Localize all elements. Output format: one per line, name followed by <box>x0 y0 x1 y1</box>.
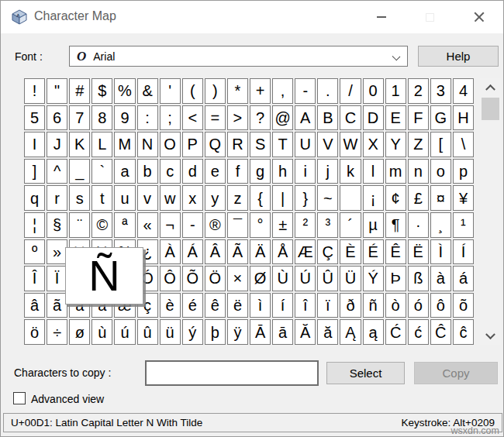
char-cell[interactable]: . <box>317 78 338 104</box>
char-cell[interactable]: R <box>227 132 248 157</box>
char-cell[interactable]: @ <box>272 105 293 131</box>
char-cell[interactable]: 3 <box>430 78 451 104</box>
char-cell[interactable]: p <box>453 159 474 184</box>
char-cell[interactable]: ¸ <box>430 212 451 238</box>
char-cell[interactable]: ! <box>24 78 45 104</box>
char-cell[interactable]: Ø <box>250 266 271 291</box>
char-cell[interactable]: $ <box>91 78 112 104</box>
char-cell[interactable]: ¯ <box>227 212 248 238</box>
char-cell[interactable]: ¹ <box>453 212 474 238</box>
char-cell[interactable]: ĉ <box>453 319 474 345</box>
scroll-up-button[interactable] <box>480 78 501 95</box>
char-cell[interactable]: Y <box>385 132 406 157</box>
char-cell[interactable]: H <box>453 105 474 131</box>
char-cell[interactable]: û <box>137 319 158 345</box>
char-cell[interactable]: 7 <box>69 105 90 131</box>
char-cell[interactable]: U <box>295 132 316 157</box>
char-cell[interactable]: ć <box>408 319 429 345</box>
char-cell[interactable]: b <box>137 159 158 184</box>
char-cell[interactable]: ú <box>114 319 135 345</box>
char-cell[interactable]: ^ <box>47 159 67 184</box>
char-cell[interactable]: V <box>317 132 338 157</box>
char-cell[interactable]: è <box>160 293 181 318</box>
char-cell[interactable]: m <box>385 159 406 184</box>
char-cell[interactable]: Ë <box>408 239 429 265</box>
char-cell[interactable]: \ <box>453 132 474 157</box>
char-cell[interactable]: a <box>114 159 135 184</box>
char-cell[interactable]: « <box>137 212 158 238</box>
char-cell[interactable]: ¬ <box>160 212 181 238</box>
char-cell[interactable]: ì <box>250 293 271 318</box>
char-cell[interactable]: Z <box>408 132 429 157</box>
char-cell[interactable]: á <box>453 266 474 291</box>
char-cell[interactable]: y <box>205 185 226 211</box>
char-cell[interactable]: E <box>385 105 406 131</box>
char-cell[interactable]: Ă <box>295 319 316 345</box>
char-cell[interactable]: Õ <box>182 266 203 291</box>
char-cell[interactable]: Ö <box>205 266 226 291</box>
char-cell[interactable]: Ê <box>385 239 406 265</box>
char-cell[interactable]: w <box>160 185 181 211</box>
char-cell[interactable]: e <box>205 159 226 184</box>
char-cell[interactable]: 4 <box>453 78 474 104</box>
char-cell[interactable]: n <box>408 159 429 184</box>
char-cell[interactable]: ê <box>205 293 226 318</box>
char-cell[interactable]: - <box>182 212 203 238</box>
char-cell[interactable]: Ü <box>340 266 361 291</box>
char-cell[interactable]: ö <box>24 319 45 345</box>
char-cell[interactable]: D <box>363 105 384 131</box>
char-cell[interactable]: 2 <box>408 78 429 104</box>
char-cell[interactable]: M <box>114 132 135 157</box>
scrollbar-thumb[interactable] <box>482 98 499 120</box>
char-cell[interactable]: Å <box>272 239 293 265</box>
char-cell[interactable]: { <box>250 185 271 211</box>
char-cell[interactable]: G <box>430 105 451 131</box>
char-cell[interactable]: Þ <box>385 266 406 291</box>
char-cell[interactable]: À <box>160 239 181 265</box>
scroll-down-button[interactable] <box>480 328 501 345</box>
char-cell[interactable]: q <box>24 185 45 211</box>
char-cell[interactable]: ) <box>205 78 226 104</box>
char-cell[interactable]: > <box>227 105 248 131</box>
char-cell[interactable]: B <box>317 105 338 131</box>
char-cell[interactable]: / <box>340 78 361 104</box>
char-cell[interactable]: È <box>340 239 361 265</box>
char-cell[interactable]: 1 <box>385 78 406 104</box>
char-cell[interactable]: É <box>363 239 384 265</box>
char-cell[interactable]: f <box>227 159 248 184</box>
char-cell[interactable]: þ <box>205 319 226 345</box>
char-cell[interactable]: I <box>24 132 45 157</box>
char-cell[interactable]: õ <box>453 293 474 318</box>
char-cell[interactable]: ð <box>340 293 361 318</box>
char-cell[interactable]: A <box>295 105 316 131</box>
char-cell[interactable]: Ã <box>227 239 248 265</box>
char-cell[interactable]: â <box>24 293 45 318</box>
char-cell[interactable]: : <box>137 105 158 131</box>
char-cell[interactable]: ´ <box>340 212 361 238</box>
char-cell[interactable]: © <box>91 212 112 238</box>
char-cell[interactable]: u <box>114 185 135 211</box>
char-cell[interactable]: C <box>340 105 361 131</box>
char-cell[interactable]: Ĉ <box>430 319 451 345</box>
char-cell[interactable]: Á <box>182 239 203 265</box>
char-cell[interactable]: ¶ <box>385 212 406 238</box>
char-cell[interactable]: µ <box>363 212 384 238</box>
char-cell[interactable]: ³ <box>317 212 338 238</box>
char-cell[interactable]: ~ <box>317 185 338 211</box>
char-cell[interactable]: d <box>182 159 203 184</box>
char-cell[interactable]: Ą <box>340 319 361 345</box>
char-cell[interactable]: _ <box>69 159 90 184</box>
char-cell[interactable]: | <box>272 185 293 211</box>
char-cell[interactable]: ï <box>317 293 338 318</box>
char-cell[interactable]: k <box>340 159 361 184</box>
char-cell[interactable]: Ý <box>363 266 384 291</box>
char-cell[interactable]: & <box>137 78 158 104</box>
char-cell[interactable]: - <box>295 78 316 104</box>
advanced-view-checkbox[interactable] <box>13 392 26 404</box>
char-cell[interactable]: Ç <box>317 239 338 265</box>
char-cell[interactable]: Í <box>453 239 474 265</box>
char-cell[interactable]: ô <box>430 293 451 318</box>
char-cell[interactable]: ª <box>114 212 135 238</box>
char-cell[interactable]: × <box>227 266 248 291</box>
char-cell[interactable]: W <box>340 132 361 157</box>
